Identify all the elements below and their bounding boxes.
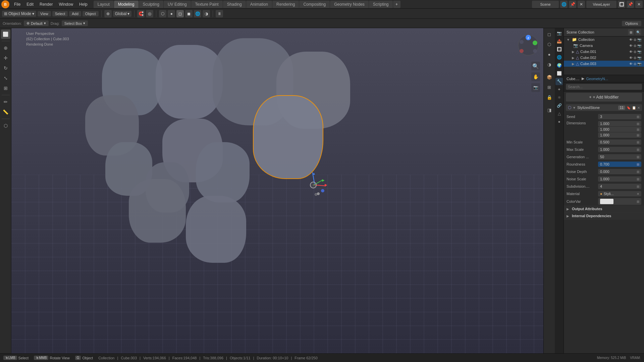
colorvar-swatch[interactable] — [600, 199, 613, 204]
cube001-render[interactable]: 📷 — [637, 50, 641, 54]
modifier-icon-1[interactable]: 🔖 — [627, 106, 631, 110]
workspace-modeling[interactable]: Modeling — [114, 1, 139, 8]
viewport[interactable]: ▲ ▶ ▶ User Perspective (62) Collection |… — [11, 28, 555, 353]
orientation-dropdown[interactable]: ⊕ Default ▾ — [24, 20, 49, 26]
dimensions-y[interactable]: 1.000 ⊞ — [598, 127, 641, 132]
cube003-render[interactable]: 📷 — [637, 62, 641, 66]
vis-select-icon[interactable]: ⊙ — [634, 38, 636, 42]
outliner-collection[interactable]: ▼ 📁 Collection 👁 ⊙ 📷 — [564, 37, 644, 43]
vis-eye-icon[interactable]: 👁 — [629, 38, 633, 42]
viewlayer-selector[interactable]: ViewLayer — [586, 1, 616, 8]
render-mode-3[interactable]: 🌐 — [194, 10, 201, 17]
transform-tool[interactable]: ⊞ — [1, 83, 10, 93]
modifier-icon-2[interactable]: 📋 — [632, 106, 636, 110]
overlay-toggle[interactable]: ⬡ — [159, 10, 166, 17]
cube003-eye[interactable]: 👁 — [629, 62, 633, 66]
colorvar-value[interactable]: ⊞ — [598, 198, 641, 205]
render-mode-2[interactable]: ◼ — [185, 10, 193, 17]
props-icon-physics[interactable]: ⚛ — [555, 94, 563, 101]
cube001-eye[interactable]: 👁 — [629, 50, 633, 54]
navigation-gizmo[interactable]: Z — [517, 34, 540, 57]
global-transform-dropdown[interactable]: Global ▾ — [113, 11, 132, 17]
transform-cursor-icon[interactable]: ⊕ — [104, 10, 112, 17]
min-scale-value[interactable]: 0.500 ⊞ — [598, 139, 641, 145]
workspace-scripting[interactable]: Scripting — [369, 1, 393, 8]
colorvar-add-btn[interactable]: ⊞ — [637, 200, 639, 203]
cube002-render[interactable]: 📷 — [637, 56, 641, 60]
viewlayer-close[interactable]: ✕ — [635, 1, 643, 8]
move-tool[interactable]: ✛ — [1, 53, 10, 63]
viewport-overlay[interactable]: ● — [545, 50, 554, 59]
cube002-sel[interactable]: ⊙ — [634, 56, 636, 60]
filters-btn[interactable]: ⊞ — [545, 82, 554, 92]
outliner-cube001[interactable]: ▶ △ Cube.001 👁 ⊙ 📷 — [564, 49, 644, 55]
material-value[interactable]: ● Styli... ✕ — [598, 191, 641, 196]
viewport-shading-xray[interactable]: ⬡ — [545, 40, 554, 49]
pan-btn[interactable]: ✋ — [531, 72, 540, 81]
proportional-edit-icon[interactable]: ◎ — [146, 10, 153, 17]
props-icon-world[interactable]: 🌍 — [555, 62, 563, 69]
cam-vis-render[interactable]: 📷 — [637, 44, 641, 48]
props-icon-material[interactable]: ● — [555, 118, 563, 125]
props-search-input[interactable] — [566, 84, 642, 90]
props-icon-object[interactable]: ⬜ — [555, 70, 563, 77]
menu-edit[interactable]: Edit — [24, 1, 36, 7]
pin-icon[interactable]: 📌 — [569, 1, 576, 8]
output-attributes-header[interactable]: ▶ Output Attributes — [564, 205, 644, 212]
scene-selector[interactable]: Scene — [532, 1, 559, 8]
workspace-animation[interactable]: Animation — [246, 1, 272, 8]
close-scene-icon[interactable]: ✕ — [578, 1, 585, 8]
viewport-shading-solid[interactable]: ◻ — [545, 29, 554, 39]
render-mode-4[interactable]: ◑ — [203, 10, 210, 17]
workspace-geometry-nodes[interactable]: Geometry Nodes — [330, 1, 369, 8]
props-icon-constraints[interactable]: 🔗 — [555, 102, 563, 109]
outliner-camera[interactable]: 📷 Camera 👁 ⊙ 📷 — [564, 43, 644, 49]
props-icon-modifiers[interactable]: 🔧 — [555, 78, 563, 85]
vis-render-icon[interactable]: 📷 — [637, 38, 641, 42]
outliner-cube002[interactable]: ▶ △ Cube.002 👁 ⊙ 📷 — [564, 55, 644, 61]
modifier-close-btn[interactable]: ✕ — [637, 106, 640, 110]
material-close[interactable]: ✕ — [637, 192, 639, 196]
viewport-render-preview[interactable]: ◑ — [545, 60, 554, 69]
cam-vis-eye[interactable]: 👁 — [629, 44, 633, 48]
local-view-btn[interactable]: 🔒 — [545, 93, 554, 102]
select-tool[interactable]: ⬜ — [1, 29, 10, 39]
dim-z-add[interactable]: ⊞ — [637, 133, 639, 137]
add-cube-tool[interactable]: ⬡ — [1, 121, 10, 130]
add-modifier-button[interactable]: + + Add Modifier — [566, 93, 642, 102]
view-menu[interactable]: View — [38, 11, 51, 16]
menu-window[interactable]: Window — [56, 1, 76, 7]
noise-scale-add[interactable]: ⊞ — [637, 177, 639, 181]
noise-depth-add[interactable]: ⊞ — [637, 170, 639, 174]
render-mode-1[interactable]: ◻ — [176, 10, 184, 17]
cube003-sel[interactable]: ⊙ — [634, 62, 636, 66]
viewlayer-pin[interactable]: 📌 — [627, 1, 634, 8]
add-workspace-btn[interactable]: + — [393, 1, 400, 8]
pause-icon[interactable]: ⏸ — [216, 10, 223, 17]
breadcrumb-modifier[interactable]: GeometryN... — [586, 77, 608, 81]
props-icon-data[interactable]: △ — [555, 110, 563, 117]
workspace-uv-editing[interactable]: UV Editing — [164, 1, 191, 8]
options-button[interactable]: Options — [622, 21, 641, 26]
menu-file[interactable]: File — [11, 1, 23, 7]
camera-view-btn[interactable]: 📷 — [531, 83, 540, 92]
workspace-rendering[interactable]: Rendering — [272, 1, 299, 8]
object-menu[interactable]: Object — [83, 11, 99, 16]
shading-toggle[interactable]: ● — [168, 10, 175, 17]
subdivision-add[interactable]: ⊞ — [637, 185, 639, 188]
props-icon-scene[interactable]: 🌐 — [555, 54, 563, 61]
scale-tool[interactable]: ⤡ — [1, 73, 10, 83]
outliner-cube003[interactable]: ▶ △ Cube.003 👁 ⊙ 📷 — [564, 61, 644, 67]
props-icon-view-layer[interactable]: 🔳 — [555, 46, 563, 53]
generation-add[interactable]: ⊞ — [637, 155, 639, 159]
cam-vis-sel[interactable]: ⊙ — [634, 44, 636, 48]
workspace-layout[interactable]: Layout — [94, 1, 114, 8]
cube002-eye[interactable]: 👁 — [629, 56, 633, 60]
internal-dependencies-header[interactable]: ▶ Internal Dependencies — [564, 213, 644, 219]
noise-scale-value[interactable]: 1.000 ⊞ — [598, 176, 641, 182]
subdivision-value[interactable]: 4 ⊞ — [598, 184, 641, 189]
min-scale-add[interactable]: ⊞ — [637, 140, 639, 144]
outliner-filter-btn[interactable]: ⊞ — [628, 29, 634, 35]
modifier-dropdown-arrow[interactable]: ▼ — [573, 106, 576, 110]
workspace-texture-paint[interactable]: Texture Paint — [191, 1, 223, 8]
